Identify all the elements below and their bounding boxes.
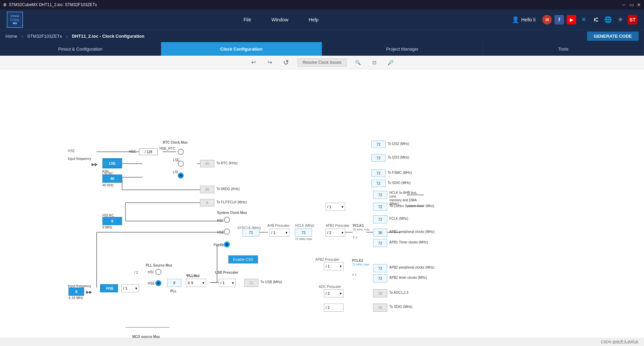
pll-mul-arrow: ▾	[202, 281, 204, 285]
rtc-mux-circle-lse[interactable]	[178, 161, 184, 167]
lsi-box[interactable]: 40	[102, 175, 122, 183]
globe-icon[interactable]: 🌐	[603, 15, 613, 24]
fsmc-label: To FSMC (MHz)	[388, 171, 412, 175]
maximize-button[interactable]: ▭	[629, 2, 634, 7]
apb2-dropdown-arrow: ▾	[340, 264, 342, 269]
pclk1-max-label: 36 MHz max	[353, 228, 370, 231]
undo-button[interactable]: ↩	[249, 58, 258, 67]
file-menu[interactable]: File	[243, 17, 251, 22]
hclk-max-label: 72 MHz max	[295, 237, 312, 241]
sys-mux-circle-pll[interactable]	[224, 241, 230, 248]
redo-button[interactable]: ↪	[265, 58, 274, 67]
hsi-box[interactable]: 8	[102, 217, 122, 225]
enable-css-button[interactable]: Enable CSS	[228, 255, 258, 263]
enable-css-label: Enable CSS	[233, 257, 253, 261]
sdio-bottom-label: To SDIO (MHz)	[389, 305, 412, 309]
arrow-lse: ▶▶	[92, 162, 98, 167]
adc-prescaler-dropdown[interactable]: / 2 ▾	[324, 289, 344, 297]
usb-prescaler-dropdown[interactable]: / 1 ▾	[219, 279, 236, 287]
pll-mul-label: *PLLMul	[186, 274, 199, 278]
tab-clock[interactable]: Clock Configuration	[161, 42, 322, 56]
hse-mux-label: HSE	[217, 231, 224, 234]
youtube-icon[interactable]: ▶	[567, 15, 576, 24]
fsmc-value: 72	[371, 169, 386, 177]
toolbar: ↩ ↪ ↺ Resolve Clock Issues 🔍 ⊡ 🔎	[0, 56, 644, 69]
logo-area: STM32 Cube MX	[7, 12, 23, 28]
breadcrumb-arrow-2: ›	[66, 33, 68, 39]
fclk-label: FCLK (MHz)	[389, 217, 408, 220]
hse-input-box[interactable]: 8	[69, 288, 84, 296]
clock-diagram: Input frequency 32.768 32.768 ▶▶ KHz LSI…	[0, 69, 644, 338]
network-icon[interactable]: ✳	[616, 15, 625, 24]
mco-source-mux-label: MCO source Mux	[132, 335, 160, 338]
title-bar-controls: ─ ▭ ✕	[622, 2, 641, 7]
pll-div2-label: / 2	[134, 271, 138, 274]
apb1-periph-label: APB1 peripheral clocks (MHz)	[389, 230, 434, 234]
help-menu[interactable]: Help	[309, 17, 318, 22]
window-menu[interactable]: Window	[271, 17, 288, 22]
sdio-prescaler-dropdown[interactable]: / 2	[324, 304, 344, 312]
apb1-timer-value: 72	[373, 239, 387, 247]
tab-tools[interactable]: Tools	[483, 42, 644, 56]
logo: STM32 Cube MX	[7, 12, 23, 28]
user-area: 👤 Hello li	[512, 16, 535, 23]
apb1-prescaler-dropdown[interactable]: / 2 ▾	[326, 229, 345, 237]
device-link[interactable]: STM32F103ZETx	[27, 34, 62, 39]
hse-source-box[interactable]: HSE	[102, 284, 118, 292]
status-bar: CSDN @快秃头的码农	[0, 338, 644, 346]
hse-arrows: ▶▶	[86, 290, 92, 294]
pll-mul-dropdown[interactable]: X 9 ▾	[186, 279, 206, 287]
refresh-button[interactable]: ↺	[281, 58, 291, 67]
github-icon[interactable]: ⑆	[591, 15, 601, 24]
zoom-fit-button[interactable]: ⊡	[370, 58, 379, 67]
hsi-value: 8	[111, 219, 113, 223]
pll-src-circle-hsi[interactable]	[155, 269, 161, 275]
lsi-mux-label: LSI	[173, 170, 178, 174]
cortex-prescaler-dropdown[interactable]: / 1 ▾	[326, 203, 345, 211]
generate-code-button[interactable]: GENERATE CODE	[587, 32, 639, 41]
rtc-mux-circle-lsi[interactable]	[178, 172, 184, 179]
hclk-value[interactable]: 72	[295, 229, 312, 237]
minimize-button[interactable]: ─	[622, 2, 626, 7]
pll-box-label: PLL	[170, 289, 177, 293]
cortex-dropdown-arrow: ▾	[341, 205, 344, 209]
rtc-mux-circle-hse[interactable]	[178, 149, 184, 155]
sys-mux-circle-hsi[interactable]	[224, 217, 230, 223]
tab-pinout[interactable]: Pinout & Configuration	[0, 42, 161, 56]
adc-prescaler-label: ADC Prescaler	[319, 285, 341, 289]
usb-div1-arrow: ▾	[232, 281, 234, 285]
lse-source-box[interactable]: LSE	[102, 159, 122, 167]
title-bar: 🖥 STM32CubeMX DHT11_2.ioc: STM32F103ZETx…	[0, 0, 644, 10]
apb2-prescaler-dropdown[interactable]: / 1 ▾	[324, 262, 344, 270]
rtc-output-value: 40	[200, 160, 214, 167]
sys-mux-dot	[226, 243, 228, 246]
tab-bar: Pinout & Configuration Clock Configurati…	[0, 42, 644, 56]
facebook-icon[interactable]: f	[554, 15, 564, 24]
hsi-8mhz-label: 8 MHz	[102, 225, 112, 229]
zoom-out-button[interactable]: 🔎	[386, 58, 395, 67]
ahb-dropdown-arrow: ▾	[286, 231, 288, 235]
pll-src-circle-hse[interactable]	[155, 280, 161, 286]
main-content: Input frequency 32.768 32.768 ▶▶ KHz LSI…	[0, 69, 644, 338]
hse-div128-box[interactable]: / 128	[139, 148, 158, 155]
apb2-timer-label: APB2 timer clocks (MHz)	[389, 276, 427, 279]
sysclk-value[interactable]: 72	[242, 229, 259, 237]
rtc-clock-mux-label: RTC Clock Mux	[163, 141, 188, 144]
i2s3-value: 72	[371, 154, 386, 162]
close-button[interactable]: ✕	[637, 2, 641, 7]
ahb-prescaler-dropdown[interactable]: / 1 ▾	[270, 229, 289, 237]
pll-hse-div1-dropdown[interactable]: / 1 ▾	[121, 284, 139, 292]
title-bar-left: 🖥 STM32CubeMX DHT11_2.ioc: STM32F103ZETx	[3, 2, 97, 7]
user-name: Hello li	[521, 17, 535, 22]
sys-mux-circle-hse[interactable]	[224, 229, 230, 235]
zoom-in-button[interactable]: 🔍	[353, 58, 363, 67]
pll-value[interactable]: 8	[167, 279, 181, 287]
tab-project[interactable]: Project Manager	[322, 42, 483, 56]
home-link[interactable]: Home	[5, 34, 17, 39]
twitter-icon[interactable]: ✕	[579, 15, 588, 24]
adc-dropdown-arrow: ▾	[340, 291, 342, 296]
ahb-prescaler-label: AHB Prescaler	[267, 224, 290, 227]
hsi-mux-label: HSI	[217, 219, 223, 222]
resolve-clock-issues-button[interactable]: Resolve Clock Issues	[297, 58, 347, 67]
st-logo-icon[interactable]: ST	[628, 15, 637, 24]
